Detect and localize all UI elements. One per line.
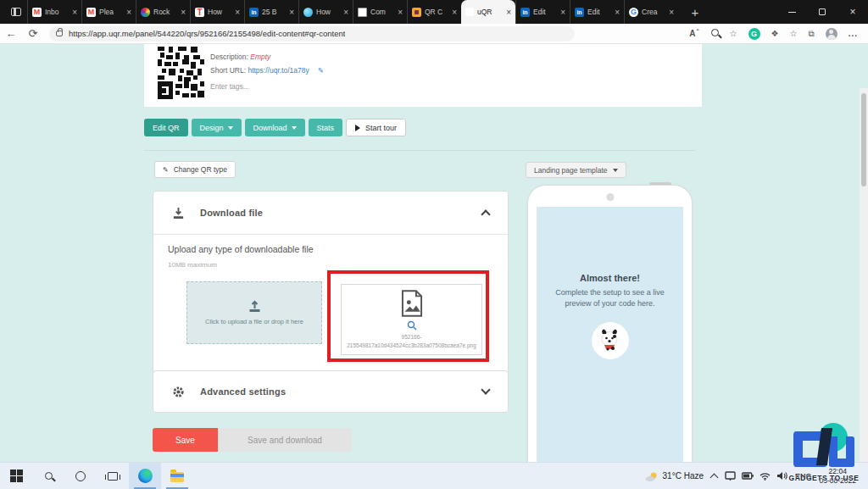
weather-widget[interactable]: 31°C Haze bbox=[645, 471, 704, 481]
save-button[interactable]: Save bbox=[153, 428, 218, 452]
tab-close-icon[interactable]: × bbox=[72, 8, 77, 17]
change-qr-type-button[interactable]: ✎ Change QR type bbox=[154, 161, 236, 178]
edit-qr-button[interactable]: Edit QR bbox=[144, 119, 188, 136]
stats-button[interactable]: Stats bbox=[309, 119, 343, 136]
cortana-icon[interactable] bbox=[64, 463, 97, 489]
save-and-download-button[interactable]: Save and download bbox=[218, 428, 352, 452]
phone-preview-mockup: Almost there! Complete the setup to see … bbox=[527, 185, 693, 462]
tags-input[interactable]: Enter tags... bbox=[210, 82, 324, 91]
tab-25b[interactable]: in 25 B × bbox=[244, 0, 298, 24]
advanced-settings-header[interactable]: Advanced settings bbox=[153, 371, 508, 412]
colorful-site-icon bbox=[141, 8, 150, 17]
tab-label: Crea bbox=[642, 8, 665, 16]
document-icon bbox=[358, 8, 367, 17]
page-scrollbar[interactable] bbox=[860, 88, 868, 462]
download-button[interactable]: Download bbox=[245, 119, 305, 136]
chevron-up-icon[interactable] bbox=[481, 209, 490, 219]
chevron-down-icon bbox=[292, 126, 297, 130]
panel-title: Download file bbox=[200, 208, 263, 218]
cast-screen-icon[interactable] bbox=[725, 471, 736, 481]
tab-close-icon[interactable]: × bbox=[126, 8, 131, 17]
tab-actions-menu-icon[interactable] bbox=[5, 3, 27, 20]
close-window-button[interactable]: × bbox=[837, 0, 868, 24]
zoom-out-icon[interactable] bbox=[711, 29, 719, 38]
tab-close-icon[interactable]: × bbox=[615, 8, 620, 17]
read-aloud-icon[interactable]: A⌃ bbox=[689, 28, 699, 38]
volume-icon[interactable] bbox=[776, 471, 787, 481]
favorites-bar-icon[interactable]: ☆ bbox=[790, 29, 798, 38]
chevron-down-icon[interactable] bbox=[481, 385, 490, 394]
phone-camera-dot bbox=[606, 193, 614, 201]
play-icon bbox=[355, 125, 360, 131]
tab-uqr-active[interactable]: uQR × bbox=[461, 0, 515, 24]
tab-label: Edit bbox=[533, 8, 557, 16]
red-highlight-box: 952166- 215549817a10d434524cc3b283a07508… bbox=[327, 270, 489, 362]
address-bar[interactable]: https://app.uqr.me/panel/544220/qrs/9521… bbox=[49, 26, 575, 42]
tab-close-icon[interactable]: × bbox=[560, 8, 565, 17]
tab-label: Com bbox=[370, 8, 394, 16]
tab-close-icon[interactable]: × bbox=[398, 8, 403, 17]
task-view-icon[interactable] bbox=[97, 463, 129, 489]
tab-close-icon[interactable]: × bbox=[343, 8, 348, 17]
weather-icon bbox=[645, 471, 659, 481]
extension-icon[interactable]: ❖ bbox=[771, 29, 779, 38]
design-button[interactable]: Design bbox=[192, 119, 242, 136]
tab-edit-1[interactable]: in Edit × bbox=[515, 0, 570, 24]
grammarly-icon[interactable]: G bbox=[748, 28, 760, 40]
battery-icon[interactable] bbox=[742, 472, 754, 480]
uploaded-file-card[interactable]: 952166- 215549817a10d434524cc3b283a07508… bbox=[341, 284, 482, 355]
linkedin-icon: in bbox=[575, 8, 584, 17]
tab-close-icon[interactable]: × bbox=[452, 8, 457, 17]
zoom-preview-icon[interactable] bbox=[407, 320, 417, 331]
search-icon[interactable] bbox=[32, 463, 64, 489]
refresh-icon[interactable]: ⟳ bbox=[22, 27, 44, 40]
tab-label: Rock bbox=[153, 8, 177, 16]
start-tour-button[interactable]: Start tour bbox=[346, 119, 406, 136]
short-url-link[interactable]: https://uqr.to/1a78y bbox=[248, 66, 309, 75]
tab-rock[interactable]: Rock × bbox=[136, 0, 190, 24]
tab-how-1[interactable]: T How × bbox=[190, 0, 244, 24]
tab-close-icon[interactable]: × bbox=[181, 8, 186, 17]
tab-com[interactable]: Com × bbox=[353, 0, 407, 24]
tab-inbox[interactable]: M Inbo × bbox=[27, 0, 81, 24]
tab-crea[interactable]: G Crea × bbox=[624, 0, 678, 24]
taskbar-clock[interactable]: 22:04 03-08-2022 bbox=[820, 467, 856, 485]
tab-close-icon[interactable]: × bbox=[669, 8, 674, 17]
url-text[interactable]: https://app.uqr.me/panel/544220/qrs/9521… bbox=[69, 29, 345, 38]
tab-close-icon[interactable]: × bbox=[289, 8, 294, 17]
tab-please[interactable]: M Plea × bbox=[81, 0, 136, 24]
file-dropzone[interactable]: Click to upload a file or drop it here bbox=[186, 281, 322, 344]
new-tab-button[interactable]: + bbox=[687, 5, 704, 19]
tab-close-icon[interactable]: × bbox=[235, 8, 240, 17]
profile-avatar[interactable] bbox=[826, 28, 837, 40]
edit-short-url-icon[interactable]: ✎ bbox=[318, 66, 324, 75]
language-indicator[interactable]: ENG bbox=[795, 472, 812, 481]
start-button[interactable] bbox=[0, 463, 32, 489]
tab-edit-2[interactable]: in Edit × bbox=[570, 0, 624, 24]
tab-label: QR C bbox=[425, 8, 448, 16]
minimize-button[interactable] bbox=[776, 0, 807, 24]
download-file-header[interactable]: Download file bbox=[153, 192, 508, 235]
browser-window: M Inbo × M Plea × Rock × T How × in 25 B… bbox=[0, 0, 868, 489]
scrollbar-thumb[interactable] bbox=[861, 93, 866, 186]
back-icon[interactable]: ← bbox=[0, 27, 22, 40]
landing-page-template-button[interactable]: Landing page template bbox=[526, 162, 626, 178]
taskbar-edge-icon[interactable] bbox=[129, 463, 161, 489]
tab-qrc[interactable]: QR C × bbox=[407, 0, 461, 24]
qr-code-image bbox=[158, 46, 204, 100]
tab-label: Plea bbox=[99, 8, 123, 16]
preview-title: Almost there! bbox=[580, 273, 640, 283]
tab-close-icon[interactable]: × bbox=[506, 8, 511, 17]
tray-expand-icon[interactable] bbox=[710, 473, 719, 481]
pencil-icon: ✎ bbox=[163, 166, 169, 174]
collections-icon[interactable]: ⧉ bbox=[809, 29, 815, 39]
image-file-icon bbox=[399, 290, 425, 317]
maximize-button[interactable] bbox=[807, 0, 837, 24]
settings-more-icon[interactable]: ... bbox=[849, 29, 858, 38]
clock-time: 22:04 bbox=[820, 467, 856, 476]
preview-subtitle: Complete the setup to see a live preview… bbox=[555, 287, 665, 308]
taskbar-file-explorer-icon[interactable] bbox=[161, 463, 193, 489]
tab-how-2[interactable]: How × bbox=[298, 0, 353, 24]
favorite-star-icon[interactable]: ☆ bbox=[730, 29, 737, 38]
wifi-icon[interactable] bbox=[760, 472, 771, 481]
